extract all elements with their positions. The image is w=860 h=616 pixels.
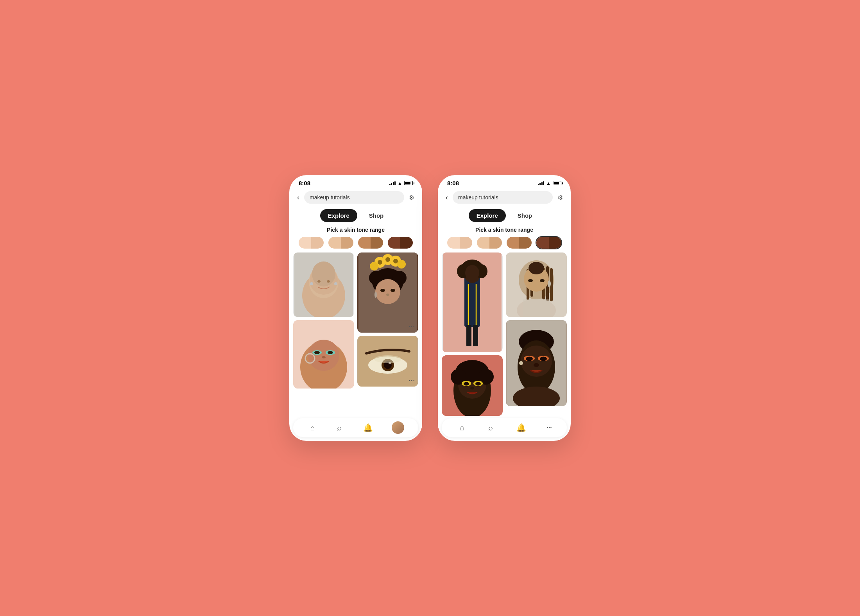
tone-1-right[interactable]	[446, 236, 473, 249]
svg-point-31	[380, 289, 385, 292]
home-icon-right[interactable]: ⌂	[457, 422, 468, 434]
svg-point-16	[322, 356, 326, 358]
wifi-icon-left: ▲	[398, 181, 402, 186]
svg-point-32	[391, 289, 395, 292]
pin-card-right-2[interactable]	[442, 355, 503, 416]
pin-image-left-1	[357, 252, 418, 333]
svg-rect-43	[464, 276, 480, 327]
svg-point-15	[328, 351, 333, 354]
phone-right: 8:08 ▲ ‹ makeup tutorials ⚙	[438, 175, 571, 441]
col-right-1	[506, 252, 567, 416]
svg-rect-77	[523, 299, 550, 317]
svg-point-25	[385, 257, 390, 262]
search-icon-left[interactable]: ⌕	[334, 422, 345, 434]
search-area-right: ‹ makeup tutorials ⚙	[438, 189, 571, 206]
back-button-left[interactable]: ‹	[296, 192, 301, 203]
back-button-right[interactable]: ‹	[444, 192, 450, 203]
svg-rect-52	[473, 325, 478, 346]
pin-card-left-2[interactable]: Colorfu	[293, 320, 354, 389]
more-icon-right[interactable]: ···	[546, 424, 552, 431]
phone-left: 8:08 ▲ ‹ makeup tutorials ⚙	[289, 175, 422, 441]
svg-point-73	[528, 279, 533, 282]
status-bar-left: 8:08 ▲	[289, 175, 422, 189]
tone-2-right[interactable]	[476, 236, 503, 249]
search-bar-right[interactable]: makeup tutorials	[453, 191, 553, 204]
tab-shop-left[interactable]: Shop	[361, 209, 392, 222]
svg-point-72	[529, 262, 544, 274]
battery-icon-left	[404, 181, 413, 185]
svg-point-88	[534, 363, 539, 367]
bell-icon-right[interactable]: 🔔	[513, 421, 529, 434]
avatar-left[interactable]	[392, 421, 404, 434]
skin-tone-title-left: Pick a skin tone range	[296, 227, 416, 233]
skin-tone-section-left: Pick a skin tone range	[289, 225, 422, 252]
skin-tone-section-right: Pick a skin tone range	[438, 225, 571, 252]
content-grid-left: Colorfu	[289, 252, 422, 416]
signal-icon-right	[538, 181, 545, 185]
pin-card-left-0[interactable]	[293, 252, 354, 317]
tone-2-left[interactable]	[328, 236, 354, 249]
skin-tone-title-right: Pick a skin tone range	[444, 227, 564, 233]
svg-point-6	[327, 280, 330, 283]
pin-image-right-2	[442, 355, 503, 416]
svg-point-33	[374, 292, 377, 298]
pin-card-right-0[interactable]: Active look inspiration ···	[442, 252, 503, 352]
search-bar-left[interactable]: makeup tutorials	[304, 191, 404, 204]
tone-3-right[interactable]	[506, 236, 532, 249]
svg-point-41	[374, 355, 401, 363]
search-icon-right[interactable]: ⌕	[485, 422, 496, 434]
pin-image-right-3	[506, 320, 567, 406]
skin-tones-left	[296, 236, 416, 249]
pin-card-left-1[interactable]: ···	[357, 252, 418, 333]
svg-point-89	[519, 361, 523, 365]
col-left-1: ···	[357, 252, 418, 416]
pin-image-right-1	[506, 252, 567, 317]
svg-point-63	[470, 387, 474, 390]
pin-card-right-3[interactable]	[506, 320, 567, 406]
wifi-icon-right: ▲	[546, 181, 551, 186]
pin-card-right-1[interactable]	[506, 252, 567, 317]
home-icon-left[interactable]: ⌂	[307, 422, 318, 434]
status-icons-left: ▲	[389, 181, 413, 186]
tab-explore-right[interactable]: Explore	[469, 209, 506, 222]
svg-point-8	[334, 282, 337, 285]
tabs-right: Explore Shop	[438, 206, 571, 225]
svg-point-74	[540, 279, 545, 282]
col-right-0: Active look inspiration ···	[442, 252, 503, 416]
tab-explore-left[interactable]: Explore	[320, 209, 357, 222]
bell-icon-left[interactable]: 🔔	[360, 421, 376, 434]
pin-image-left-0	[293, 252, 354, 317]
pin-dots-left-3: ···	[409, 377, 415, 384]
svg-point-7	[310, 282, 313, 285]
pin-dots-left-1: ···	[409, 323, 415, 330]
svg-point-86	[526, 357, 533, 361]
status-bar-right: 8:08 ▲	[438, 175, 571, 189]
svg-point-34	[386, 294, 389, 296]
phones-container: 8:08 ▲ ‹ makeup tutorials ⚙	[289, 175, 571, 441]
status-icons-right: ▲	[538, 181, 561, 186]
svg-point-87	[540, 357, 547, 361]
filter-icon-left[interactable]: ⚙	[407, 192, 416, 203]
tone-4-right[interactable]	[536, 236, 562, 249]
pin-image-right-0	[442, 252, 503, 352]
bottom-nav-left: ⌂ ⌕ 🔔	[293, 418, 418, 437]
bottom-nav-right: ⌂ ⌕ 🔔 ···	[442, 418, 567, 437]
svg-rect-51	[466, 325, 471, 346]
tab-shop-right[interactable]: Shop	[510, 209, 540, 222]
tone-3-left[interactable]	[357, 236, 384, 249]
svg-point-4	[312, 261, 335, 287]
svg-point-30	[375, 279, 400, 304]
svg-point-23	[397, 260, 406, 269]
svg-point-22	[370, 262, 378, 270]
tone-1-left[interactable]	[298, 236, 324, 249]
status-time-right: 8:08	[447, 180, 459, 186]
filter-icon-right[interactable]: ⚙	[556, 192, 564, 203]
pin-card-left-3[interactable]: ···	[357, 336, 418, 387]
status-time-left: 8:08	[299, 180, 310, 186]
pin-image-left-2	[293, 320, 354, 389]
svg-point-61	[464, 382, 469, 386]
svg-point-48	[465, 265, 479, 281]
svg-point-62	[475, 382, 481, 386]
tone-4-left[interactable]	[387, 236, 414, 249]
skin-tones-right	[444, 236, 564, 249]
